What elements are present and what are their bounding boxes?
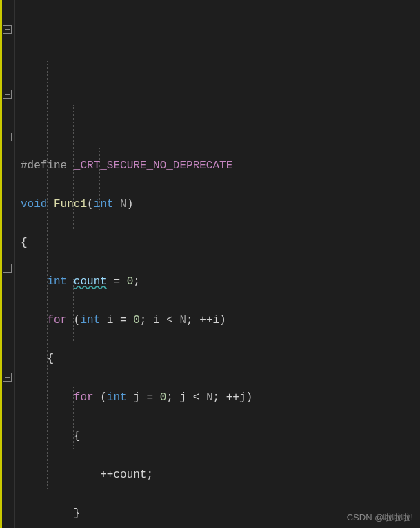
fold-icon[interactable]	[3, 90, 12, 99]
code-line: {	[21, 427, 420, 446]
fold-icon[interactable]	[3, 133, 12, 141]
code-line: int count = 0;	[21, 272, 420, 291]
code-line: for (int i = 0; i < N; ++i)	[21, 311, 420, 330]
gutter	[0, 0, 15, 528]
code-editor[interactable]: #define _CRT_SECURE_NO_DEPRECATE void Fu…	[0, 0, 420, 528]
code-area[interactable]: #define _CRT_SECURE_NO_DEPRECATE void Fu…	[15, 0, 420, 528]
fold-icon[interactable]	[3, 25, 12, 34]
code-line: {	[21, 233, 420, 253]
fold-icon[interactable]	[3, 264, 12, 273]
code-line: {	[21, 349, 420, 369]
change-bar	[0, 0, 2, 528]
code-line: ++count;	[21, 465, 420, 485]
code-line: #define _CRT_SECURE_NO_DEPRECATE	[21, 156, 420, 175]
fold-icon[interactable]	[3, 373, 12, 382]
watermark: CSDN @啦啦啦!	[347, 511, 413, 524]
code-line: void Func1(int N)	[21, 195, 420, 214]
code-line: for (int j = 0; j < N; ++j)	[21, 388, 420, 407]
